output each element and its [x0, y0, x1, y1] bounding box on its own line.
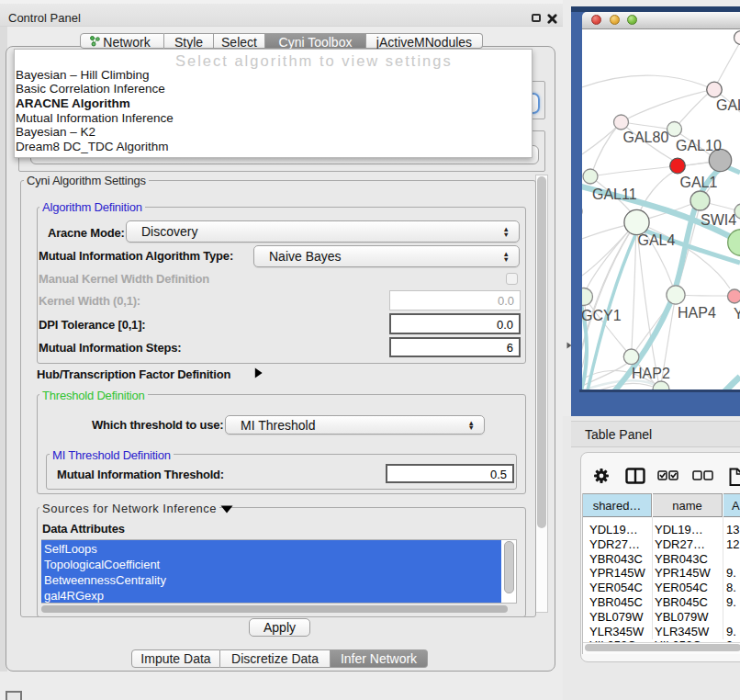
- svg-text:SWI4: SWI4: [701, 212, 736, 228]
- svg-text:GAL80: GAL80: [623, 130, 669, 145]
- svg-text:GAL4: GAL4: [638, 232, 676, 248]
- svg-text:HAP2: HAP2: [632, 366, 670, 381]
- svg-text:GAL11: GAL11: [592, 186, 637, 202]
- svg-text:Y: Y: [734, 306, 740, 322]
- svg-text:HAP4: HAP4: [678, 305, 716, 321]
- svg-text:GAL1: GAL1: [680, 175, 718, 190]
- svg-text:GAL10: GAL10: [676, 138, 722, 153]
- svg-text:GCY1: GCY1: [582, 308, 622, 323]
- svg-text:GAL7: GAL7: [716, 97, 740, 113]
